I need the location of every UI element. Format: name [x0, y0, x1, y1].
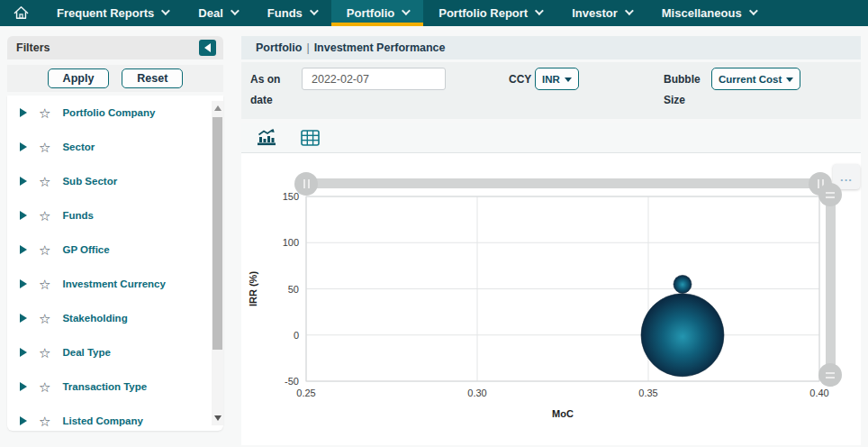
scroll-up-icon[interactable] — [214, 105, 222, 111]
nav-item-label: Funds — [267, 6, 303, 20]
report-controls: As on date CCY INR Bubble Size Current C… — [241, 62, 861, 119]
collapse-sidebar-button[interactable] — [199, 40, 216, 56]
view-toolbar — [241, 123, 861, 153]
chevron-down-icon — [535, 6, 544, 15]
nav-item-portfolio[interactable]: Portfolio — [331, 0, 423, 26]
x-range-slider-handle-min[interactable] — [294, 172, 318, 196]
filter-item-label: Transaction Type — [62, 381, 147, 392]
breadcrumb: Portfolio | Investment Performance — [241, 36, 861, 59]
y-range-slider-handle-max[interactable] — [818, 183, 842, 206]
x-range-slider-track[interactable] — [302, 178, 825, 188]
filter-item-label: Stakeholding — [62, 313, 127, 324]
nav-item-label: Investor — [572, 6, 618, 20]
filter-actions: Apply Reset — [7, 65, 223, 92]
bubble-size-dropdown[interactable]: Current Cost — [711, 68, 800, 90]
star-icon[interactable]: ☆ — [39, 415, 50, 428]
slider-grip-icon — [303, 179, 305, 188]
nav-item-portfolio-report[interactable]: Portfolio Report — [423, 0, 556, 26]
star-icon[interactable]: ☆ — [39, 175, 50, 188]
apply-button[interactable]: Apply — [48, 68, 110, 88]
nav-item-miscellaneous[interactable]: Miscellaneous — [646, 0, 771, 26]
star-icon[interactable]: ☆ — [39, 141, 50, 154]
nav-item-label: Portfolio — [347, 6, 394, 20]
chevron-down-icon — [402, 6, 411, 15]
filter-item-transaction-type[interactable]: ☆Transaction Type — [7, 369, 223, 404]
expand-icon[interactable] — [20, 142, 27, 151]
slider-grip-icon — [826, 192, 835, 194]
collapse-left-icon — [204, 43, 211, 52]
expand-icon[interactable] — [20, 314, 27, 323]
filter-item-deal-type[interactable]: ☆Deal Type — [7, 335, 223, 369]
x-tick-label: 0.30 — [467, 388, 486, 398]
home-button[interactable] — [0, 0, 41, 26]
expand-icon[interactable] — [20, 177, 27, 186]
expand-icon[interactable] — [20, 108, 27, 117]
nav-item-deal[interactable]: Deal — [183, 0, 251, 26]
bubble-chart-panel: ... 150100500-500.250.300.350.40IRR (%)M… — [241, 153, 861, 445]
slider-grip-icon — [308, 179, 310, 188]
y-axis-title: IRR (%) — [248, 271, 258, 306]
filter-list: ☆Portfolio Company☆Sector☆Sub Sector☆Fun… — [7, 96, 223, 431]
nav-item-label: Miscellaneous — [662, 6, 742, 20]
filter-item-sub-sector[interactable]: ☆Sub Sector — [7, 164, 223, 198]
filter-item-investment-currency[interactable]: ☆Investment Currency — [7, 267, 223, 301]
nav-item-frequent-reports[interactable]: Frequent Reports — [41, 0, 183, 26]
x-tick-label: 0.35 — [638, 388, 657, 398]
as-on-date-input[interactable] — [302, 68, 446, 90]
nav-item-label: Frequent Reports — [57, 6, 154, 20]
chart-view-button[interactable] — [257, 128, 276, 148]
expand-icon[interactable] — [20, 245, 27, 254]
filter-item-gp-office[interactable]: ☆GP Office — [7, 233, 223, 267]
bar-chart-icon — [257, 128, 276, 148]
star-icon[interactable]: ☆ — [39, 106, 50, 120]
filter-item-label: Funds — [62, 210, 94, 221]
filter-item-listed-company[interactable]: ☆Listed Company — [7, 404, 223, 431]
star-icon[interactable]: ☆ — [39, 243, 50, 257]
filters-sidebar: Filters Apply Reset ☆Portfolio Company☆S… — [7, 36, 223, 431]
star-icon[interactable]: ☆ — [39, 380, 50, 394]
bubble-size-label: Bubble Size — [664, 69, 705, 111]
nav-item-investor[interactable]: Investor — [556, 0, 646, 26]
y-tick-label: 0 — [294, 330, 299, 341]
ccy-dropdown[interactable]: INR — [535, 68, 579, 90]
star-icon[interactable]: ☆ — [39, 209, 50, 223]
filter-item-label: GP Office — [62, 244, 109, 255]
expand-icon[interactable] — [20, 416, 27, 425]
filters-header: Filters — [7, 36, 223, 59]
table-icon — [301, 130, 320, 146]
home-icon — [13, 5, 30, 22]
y-tick-label: -50 — [285, 376, 299, 387]
bubble[interactable] — [641, 294, 724, 377]
y-tick-label: 50 — [288, 284, 299, 295]
scroll-down-icon[interactable] — [214, 415, 222, 421]
filter-list-scrollbar[interactable] — [212, 101, 223, 425]
ccy-value: INR — [542, 74, 560, 85]
filter-item-portfolio-company[interactable]: ☆Portfolio Company — [7, 96, 223, 130]
filters-title: Filters — [16, 41, 50, 54]
as-on-date-label: As on date — [250, 69, 292, 111]
chevron-down-icon — [310, 6, 319, 15]
filter-item-funds[interactable]: ☆Funds — [7, 198, 223, 233]
chevron-down-icon — [161, 6, 170, 15]
slider-grip-icon — [826, 377, 835, 379]
star-icon[interactable]: ☆ — [39, 278, 50, 291]
expand-icon[interactable] — [20, 211, 27, 220]
bubble[interactable] — [674, 275, 692, 293]
star-icon[interactable]: ☆ — [39, 346, 50, 360]
dropdown-caret-icon — [565, 78, 572, 82]
star-icon[interactable]: ☆ — [39, 312, 50, 325]
expand-icon[interactable] — [20, 279, 27, 288]
table-view-button[interactable] — [300, 128, 320, 148]
y-range-slider-handle-min[interactable] — [818, 363, 842, 387]
nav-item-funds[interactable]: Funds — [252, 0, 331, 26]
nav-item-label: Deal — [198, 6, 222, 20]
filter-item-stakeholding[interactable]: ☆Stakeholding — [7, 301, 223, 335]
reset-button[interactable]: Reset — [122, 68, 183, 88]
expand-icon[interactable] — [20, 382, 27, 391]
filter-item-sector[interactable]: ☆Sector — [7, 130, 223, 164]
scrollbar-thumb[interactable] — [212, 117, 222, 350]
y-range-slider-track[interactable] — [826, 184, 836, 387]
top-nav: Frequent Reports Deal Funds Portfolio Po… — [0, 0, 868, 26]
expand-icon[interactable] — [20, 348, 27, 357]
main-content: Portfolio | Investment Performance As on… — [241, 36, 861, 445]
